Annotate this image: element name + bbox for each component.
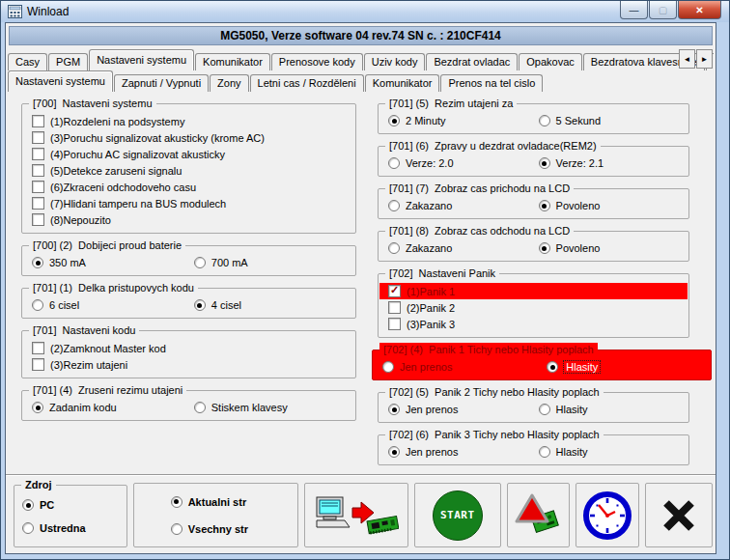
radio-button[interactable] <box>22 499 34 511</box>
tab-scroll-right-button[interactable]: ► <box>696 49 713 69</box>
radio-option[interactable]: Aktualni str <box>169 494 298 510</box>
clock-button[interactable] <box>576 483 639 547</box>
checkbox[interactable] <box>388 318 401 330</box>
radio-option[interactable]: 700 mA <box>192 255 348 270</box>
radio-button[interactable] <box>388 200 400 211</box>
checkbox-option[interactable]: (2)Panik 2 <box>386 299 681 316</box>
radio-option[interactable]: Ustredna <box>20 517 121 540</box>
checkbox[interactable] <box>32 131 44 144</box>
radio-option[interactable]: 6 cisel <box>30 297 192 313</box>
radio-option[interactable]: Verze: 2.0 <box>386 155 537 171</box>
tab-nastaveni-systemu[interactable]: Nastaveni systemu <box>8 70 113 92</box>
tab-casy[interactable]: Casy <box>8 53 47 70</box>
radio-option[interactable]: Jen prenos <box>380 359 545 375</box>
radio-button[interactable] <box>171 523 182 535</box>
checkbox-option[interactable]: (2)Zamknout Master kod <box>30 340 348 356</box>
radio-option[interactable]: Jen prenos <box>386 444 537 460</box>
radio-option[interactable]: Zakazano <box>386 198 537 213</box>
radio-button[interactable] <box>32 402 43 413</box>
tab-zony[interactable]: Zony <box>210 74 248 92</box>
checkbox-option[interactable]: (3)Poruchu signalizovat akusticky (krome… <box>30 129 348 146</box>
checkbox-option[interactable]: (1)Panik 1 <box>379 283 688 299</box>
radio-button[interactable] <box>194 402 206 413</box>
checkbox[interactable] <box>32 115 44 127</box>
tab-scroll-left-button[interactable]: ◄ <box>679 49 695 69</box>
groupbox: [702] (6) Panik 3 Tichy nebo Hlasity pop… <box>378 434 689 465</box>
radio-option[interactable]: Hlasity <box>537 402 681 417</box>
radio-button[interactable] <box>539 157 550 169</box>
radio-button[interactable] <box>388 404 400 415</box>
checkbox-option[interactable]: (6)Zkraceni odchodoveho casu <box>30 179 348 195</box>
radio-option[interactable]: 350 mA <box>30 255 192 270</box>
group-title: [701] (7) Zobraz cas prichodu na LCD <box>385 182 574 195</box>
radio-button[interactable] <box>382 361 394 373</box>
checkbox-option[interactable]: (8)Nepouzito <box>30 211 348 228</box>
radio-option[interactable]: Stiskem klavesy <box>192 400 348 415</box>
radio-button[interactable] <box>388 242 400 254</box>
checkbox[interactable] <box>32 197 44 210</box>
radio-button[interactable] <box>32 257 43 268</box>
radio-button[interactable] <box>539 446 550 458</box>
radio-option[interactable]: 2 Minuty <box>386 113 537 128</box>
checkbox[interactable] <box>32 342 44 354</box>
checkbox-option[interactable]: (5)Detekce zaruseni signalu <box>30 162 348 179</box>
radio-option[interactable]: Povoleno <box>537 198 681 213</box>
radio-option[interactable]: Vsechny str <box>169 521 298 537</box>
radio-button[interactable] <box>388 157 400 169</box>
radio-option[interactable]: Jen prenos <box>386 402 537 417</box>
checkbox-option[interactable]: (3)Rezim utajeni <box>30 356 348 373</box>
group-title: [700] Nastaveni systemu <box>29 97 156 110</box>
checkbox-option[interactable]: (7)Hlidani tamperu na BUS modulech <box>30 195 348 211</box>
radio-option[interactable]: Hlasity <box>545 359 703 375</box>
radio-button[interactable] <box>539 242 550 254</box>
close-window-button[interactable]: ✕ <box>678 1 721 19</box>
radio-option[interactable]: 5 Sekund <box>537 113 681 128</box>
checkbox[interactable] <box>32 181 44 193</box>
tab-nastaveni-systemu[interactable]: Nastaveni systemu <box>89 49 194 70</box>
checkbox[interactable] <box>388 301 401 314</box>
radio-option[interactable]: PC <box>20 493 121 517</box>
checkbox[interactable] <box>32 164 44 177</box>
checkbox[interactable] <box>32 358 44 371</box>
maximize-button[interactable]: ▢ <box>649 1 677 19</box>
tab-zapnuti-vypnuti[interactable]: Zapnuti / Vypnuti <box>114 74 209 92</box>
radio-button[interactable] <box>22 522 34 534</box>
tab-komunikator[interactable]: Komunikator <box>365 74 440 92</box>
radio-button[interactable] <box>547 361 558 373</box>
checkbox-option[interactable]: (4)Poruchu AC signalizovat akusticky <box>30 146 348 162</box>
send-to-panel-button[interactable] <box>304 483 408 547</box>
radio-button[interactable] <box>32 299 43 311</box>
radio-button[interactable] <box>388 446 400 458</box>
tab-prenos-na-tel-cislo[interactable]: Prenos na tel cislo <box>440 74 543 92</box>
exit-button[interactable] <box>645 483 713 547</box>
tab-opakovac[interactable]: Opakovac <box>519 53 582 70</box>
radio-button[interactable] <box>194 257 206 268</box>
radio-option[interactable]: Zakazano <box>386 240 537 256</box>
radio-button[interactable] <box>539 200 550 211</box>
checkbox[interactable] <box>32 213 44 226</box>
verify-button[interactable] <box>507 483 571 547</box>
radio-button[interactable] <box>539 404 550 415</box>
radio-option[interactable]: 4 cisel <box>192 297 348 313</box>
checkbox[interactable] <box>32 148 44 160</box>
radio-option[interactable]: Verze: 2.1 <box>537 155 681 171</box>
radio-button[interactable] <box>171 496 182 508</box>
start-button[interactable]: START <box>414 483 501 547</box>
tab-uziv-kody[interactable]: Uziv kody <box>364 53 426 70</box>
checkbox-option[interactable]: (1)Rozdeleni na podsystemy <box>30 113 348 129</box>
tab-prenosove-kody[interactable]: Prenosove kody <box>271 53 363 70</box>
option-label: (5)Detekce zaruseni signalu <box>50 165 182 177</box>
radio-button[interactable] <box>539 115 550 126</box>
tab-letni-cas-rozd-leni[interactable]: Letni cas / Rozděleni <box>250 74 364 92</box>
radio-button[interactable] <box>194 299 206 311</box>
tab-bezdrat-ovladac[interactable]: Bezdrat ovladac <box>426 53 518 70</box>
radio-option[interactable]: Hlasity <box>537 444 681 460</box>
checkbox[interactable] <box>388 285 401 297</box>
tab-pgm[interactable]: PGM <box>48 53 88 70</box>
tab-komunikator[interactable]: Komunikator <box>195 53 270 70</box>
minimize-button[interactable]: — <box>620 1 648 19</box>
checkbox-option[interactable]: (3)Panik 3 <box>386 316 681 332</box>
radio-option[interactable]: Povoleno <box>537 240 681 256</box>
radio-button[interactable] <box>388 115 400 126</box>
radio-option[interactable]: Zadanim kodu <box>30 400 192 415</box>
